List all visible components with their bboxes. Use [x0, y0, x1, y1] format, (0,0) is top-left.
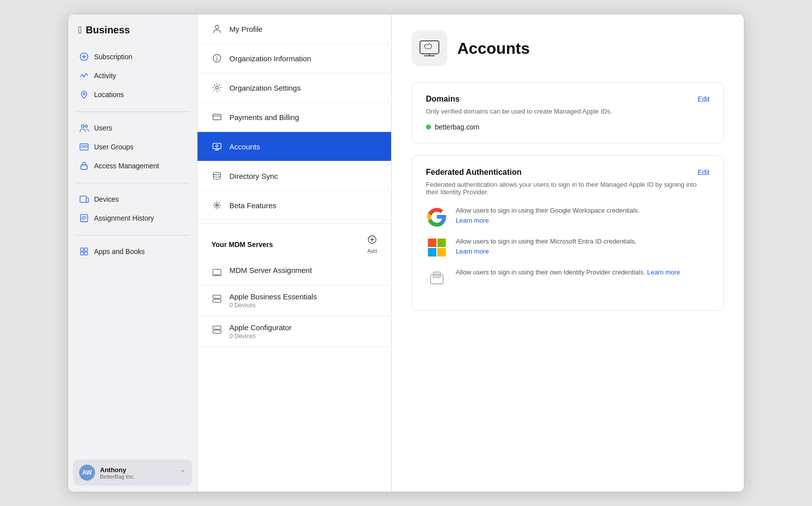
sidebar-section-top: Subscription Activity Locations [68, 46, 197, 107]
microsoft-learn-more-link[interactable]: Learn more [456, 248, 489, 255]
middle-label-accounts: Accounts [229, 142, 260, 151]
screen-icon [211, 141, 222, 152]
svg-rect-10 [80, 196, 87, 203]
middle-item-my-profile[interactable]: My Profile [198, 14, 391, 44]
apps-icon [79, 247, 89, 256]
middle-divider [198, 223, 391, 224]
mdm-item-assignment[interactable]: MDM Server Assignment [198, 259, 391, 285]
avatar-initials: AW [82, 469, 92, 476]
mdm-add-button[interactable]: Add [367, 235, 377, 254]
sidebar-section-devices: Devices Assignment History [68, 188, 197, 230]
sidebar-item-locations[interactable]: Locations [73, 86, 192, 104]
layers-icon [211, 170, 222, 181]
users-icon [79, 123, 89, 133]
sidebar:  Business Subscription [68, 14, 198, 492]
mdm-item-abe-sub: 0 Devices [229, 302, 377, 309]
sidebar-label-apps-books: Apps and Books [94, 248, 145, 255]
sidebar-spacer [68, 263, 197, 454]
middle-item-payments[interactable]: Payments and Billing [198, 103, 391, 132]
person-icon [211, 23, 222, 34]
domain-verified-dot [426, 125, 431, 129]
right-panel: Accounts Domains Edit Only verified doma… [392, 14, 744, 492]
accounts-icon-box [411, 30, 447, 66]
federated-header: Federated Authentication Edit [426, 168, 710, 177]
user-name: Anthony [100, 466, 175, 474]
sidebar-item-users[interactable]: Users [73, 119, 192, 137]
sidebar-item-activity[interactable]: Activity [73, 67, 192, 85]
svg-rect-16 [81, 248, 84, 251]
sidebar-label-user-groups: User Groups [94, 143, 133, 151]
sidebar-item-user-groups[interactable]: User Groups [73, 138, 192, 156]
google-learn-more-link[interactable]: Learn more [456, 217, 489, 224]
federated-auth-section: Federated Authentication Edit Federated … [411, 155, 724, 311]
sidebar-item-subscription[interactable]: Subscription [73, 48, 192, 66]
user-card[interactable]: AW Anthony BetterBag Inc. ⌃ [73, 460, 192, 486]
svg-rect-11 [87, 198, 89, 202]
middle-item-org-settings[interactable]: Organization Settings [198, 73, 391, 103]
mdm-item-abe[interactable]: Apple Business Essentials 0 Devices [198, 285, 391, 316]
mdm-item-configurator[interactable]: Apple Configurator 0 Devices [198, 316, 391, 347]
sidebar-item-access-management[interactable]: Access Management [73, 157, 192, 175]
fed-provider-other: Allow users to sign in using their own I… [426, 267, 710, 289]
middle-label-directory-sync: Directory Sync [229, 172, 278, 180]
microsoft-provider-text: Allow users to sign in using their Micro… [456, 237, 710, 256]
sidebar-label-assignment-history: Assignment History [94, 214, 154, 222]
svg-rect-41 [213, 295, 221, 298]
federated-edit-link[interactable]: Edit [698, 168, 710, 176]
mdm-item-configurator-name: Apple Configurator [229, 323, 377, 332]
sidebar-footer: AW Anthony BetterBag Inc. ⌃ [68, 454, 197, 492]
middle-label-org-settings: Organization Settings [229, 84, 301, 92]
fed-provider-microsoft: Allow users to sign in using their Micro… [426, 237, 710, 258]
sidebar-label-devices: Devices [94, 195, 119, 203]
middle-label-beta-features: Beta Features [229, 201, 276, 210]
svg-point-5 [85, 125, 88, 127]
app-name: Business [86, 24, 130, 36]
federated-description: Federated authentication allows your use… [426, 181, 710, 196]
mdm-item-abe-content: Apple Business Essentials 0 Devices [229, 292, 377, 309]
sidebar-section-users: Users User Groups [68, 117, 197, 178]
sidebar-label-subscription: Subscription [94, 53, 132, 61]
sidebar-item-assignment-history[interactable]: Assignment History [73, 209, 192, 227]
chevron-icon: ⌃ [180, 469, 186, 477]
svg-point-7 [82, 145, 84, 148]
avatar: AW [79, 465, 95, 481]
sidebar-item-apps-books[interactable]: Apps and Books [73, 243, 192, 260]
svg-rect-42 [213, 299, 221, 302]
sidebar-label-locations: Locations [94, 91, 124, 99]
svg-rect-19 [85, 252, 88, 255]
location-icon [79, 90, 89, 100]
card-icon [211, 112, 222, 123]
svg-point-8 [85, 145, 87, 148]
other-learn-more-link[interactable]: Learn more [647, 268, 680, 276]
svg-point-20 [215, 25, 218, 29]
mdm-item-configurator-content: Apple Configurator 0 Devices [229, 323, 377, 340]
middle-item-beta-features[interactable]: Beta Features [198, 191, 391, 220]
svg-rect-45 [213, 326, 221, 329]
accounts-header: Accounts [411, 30, 724, 66]
sidebar-label-activity: Activity [94, 72, 116, 80]
fed-provider-google: Allow users to sign in using their Googl… [426, 206, 710, 228]
mdm-item-abe-name: Apple Business Essentials [229, 292, 377, 301]
history-icon [79, 213, 89, 223]
access-icon [79, 161, 89, 171]
domains-edit-link[interactable]: Edit [698, 95, 710, 103]
svg-rect-17 [85, 248, 88, 251]
middle-item-org-info[interactable]: Organization Information [198, 44, 391, 73]
svg-point-23 [216, 56, 217, 57]
mdm-title: Your MDM Servers [211, 241, 273, 249]
middle-item-directory-sync[interactable]: Directory Sync [198, 161, 391, 191]
laptop-icon [211, 267, 222, 278]
domains-section: Domains Edit Only verified domains can b… [411, 82, 724, 143]
devices-icon [79, 194, 89, 204]
plus-circle-icon [79, 52, 89, 62]
sidebar-divider-1 [76, 112, 189, 112]
middle-label-payments: Payments and Billing [229, 113, 299, 122]
sidebar-label-access-management: Access Management [94, 162, 159, 170]
sparkle-icon [211, 200, 222, 211]
federated-title: Federated Authentication [426, 168, 521, 177]
middle-item-accounts[interactable]: Accounts [198, 132, 391, 161]
domains-title: Domains [426, 95, 460, 104]
sidebar-item-devices[interactable]: Devices [73, 190, 192, 208]
user-org: BetterBag Inc. [100, 474, 175, 480]
svg-point-28 [216, 145, 218, 147]
